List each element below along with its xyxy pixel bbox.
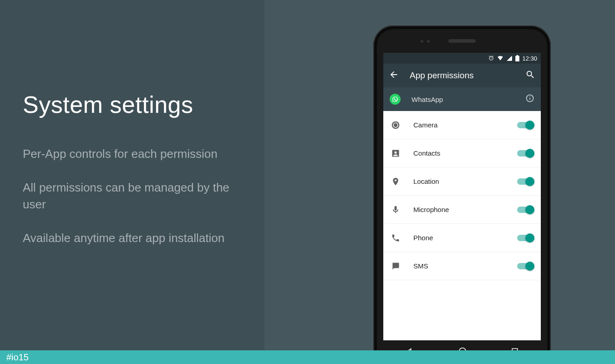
permission-row-microphone[interactable]: Microphone bbox=[383, 196, 541, 224]
slide-bullet: Per-App controls for each permission bbox=[23, 146, 250, 163]
search-icon[interactable] bbox=[525, 70, 535, 81]
permission-toggle[interactable] bbox=[517, 235, 534, 241]
permission-row-camera[interactable]: Camera bbox=[383, 111, 541, 139]
permission-row-phone[interactable]: Phone bbox=[383, 224, 541, 252]
permission-label: Camera bbox=[413, 121, 504, 129]
sms-icon bbox=[391, 262, 401, 271]
phone-frame: 12:30 App permissions bbox=[373, 25, 551, 364]
permission-toggle[interactable] bbox=[517, 263, 534, 269]
permission-toggle[interactable] bbox=[517, 207, 534, 213]
slide-bullet: Available anytime after app installation bbox=[23, 230, 250, 247]
app-subheader: WhatsApp bbox=[383, 87, 541, 111]
status-time: 12:30 bbox=[522, 55, 537, 62]
permission-label: SMS bbox=[413, 262, 504, 270]
location-icon bbox=[391, 177, 401, 186]
slide-footer: #io15 bbox=[0, 350, 615, 364]
permission-toggle[interactable] bbox=[517, 150, 534, 157]
app-name: WhatsApp bbox=[412, 96, 514, 103]
contacts-icon bbox=[391, 149, 401, 158]
battery-icon bbox=[515, 55, 519, 61]
permission-label: Location bbox=[413, 177, 504, 185]
phone-speaker bbox=[448, 39, 476, 43]
permission-row-location[interactable]: Location bbox=[383, 167, 541, 196]
footer-hashtag: #io15 bbox=[6, 352, 29, 363]
microphone-icon bbox=[391, 205, 401, 214]
permission-row-sms[interactable]: SMS bbox=[383, 252, 541, 280]
phone-icon bbox=[391, 233, 401, 243]
permission-row-contacts[interactable]: Contacts bbox=[383, 139, 541, 167]
toolbar-title: App permissions bbox=[410, 71, 514, 81]
permission-label: Phone bbox=[413, 234, 504, 242]
phone-screen: 12:30 App permissions bbox=[383, 53, 541, 340]
status-bar: 12:30 bbox=[383, 53, 541, 64]
phone-inner: 12:30 App permissions bbox=[377, 29, 547, 364]
slide-title: System settings bbox=[23, 91, 250, 118]
camera-icon bbox=[391, 121, 401, 130]
phone-sensor bbox=[427, 40, 430, 43]
whatsapp-icon bbox=[390, 94, 401, 105]
phone-sensor bbox=[421, 40, 423, 43]
permission-toggle[interactable] bbox=[517, 122, 534, 128]
permission-label: Microphone bbox=[413, 206, 504, 213]
permission-toggle[interactable] bbox=[517, 178, 534, 185]
permission-list: Camera Contacts Locati bbox=[383, 111, 541, 340]
svg-point-2 bbox=[529, 96, 530, 97]
app-toolbar: App permissions bbox=[383, 64, 541, 87]
slide: System settings Per-App controls for eac… bbox=[0, 0, 615, 364]
slide-bullet: All permissions can be managed by the us… bbox=[23, 179, 250, 213]
alarm-icon bbox=[488, 55, 494, 61]
info-icon[interactable] bbox=[525, 94, 534, 105]
signal-icon bbox=[506, 55, 513, 61]
wifi-icon bbox=[497, 55, 503, 61]
permission-label: Contacts bbox=[413, 149, 504, 157]
slide-text-column: System settings Per-App controls for eac… bbox=[23, 91, 250, 263]
back-arrow-icon[interactable] bbox=[389, 70, 399, 81]
